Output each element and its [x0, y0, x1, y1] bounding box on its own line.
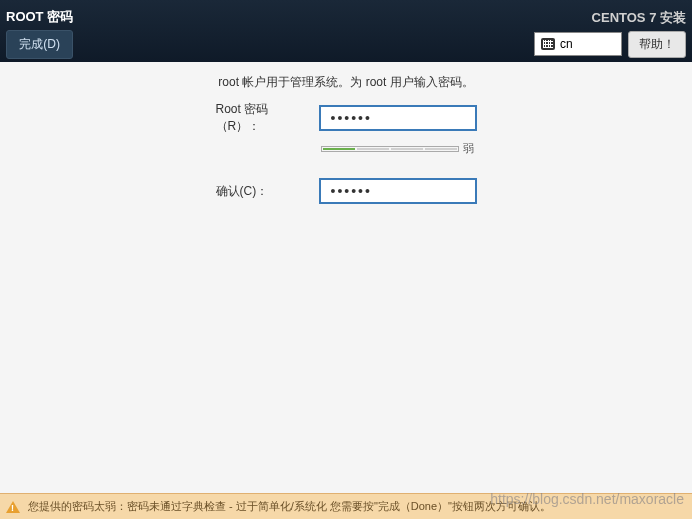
keyboard-icon: [541, 38, 555, 50]
strength-segment-4: [425, 148, 457, 150]
password-strength-bar: [321, 146, 459, 152]
strength-segment-3: [391, 148, 423, 150]
help-button[interactable]: 帮助！: [628, 31, 686, 58]
confirm-password-input[interactable]: [319, 178, 477, 204]
root-password-label: Root 密码（R）：: [216, 101, 311, 135]
root-password-input[interactable]: [319, 105, 477, 131]
warning-bar: 您提供的密码太弱：密码未通过字典检查 - 过于简单化/系统化 您需要按"完成（D…: [0, 493, 692, 519]
strength-segment-2: [357, 148, 389, 150]
header: ROOT 密码 完成(D) CENTOS 7 安装 cn 帮助！: [0, 0, 692, 62]
description-text: root 帐户用于管理系统。为 root 用户输入密码。: [218, 74, 473, 91]
keyboard-layout-selector[interactable]: cn: [534, 32, 622, 56]
install-title: CENTOS 7 安装: [592, 9, 686, 27]
header-right: CENTOS 7 安装 cn 帮助！: [534, 5, 686, 58]
password-strength-row: 弱: [321, 141, 474, 156]
confirm-password-label: 确认(C)：: [216, 183, 311, 200]
root-password-row: Root 密码（R）：: [216, 101, 477, 135]
header-left: ROOT 密码 完成(D): [6, 4, 73, 59]
strength-segment-1: [323, 148, 355, 150]
warning-icon: [6, 501, 20, 513]
warning-text: 您提供的密码太弱：密码未通过字典检查 - 过于简单化/系统化 您需要按"完成（D…: [28, 499, 551, 514]
header-right-row: cn 帮助！: [534, 31, 686, 58]
confirm-password-row: 确认(C)：: [216, 178, 477, 204]
password-strength-label: 弱: [463, 141, 474, 156]
content: root 帐户用于管理系统。为 root 用户输入密码。 Root 密码（R）：…: [0, 62, 692, 210]
keyboard-layout-code: cn: [560, 37, 573, 51]
page-title: ROOT 密码: [6, 8, 73, 26]
done-button[interactable]: 完成(D): [6, 30, 73, 59]
